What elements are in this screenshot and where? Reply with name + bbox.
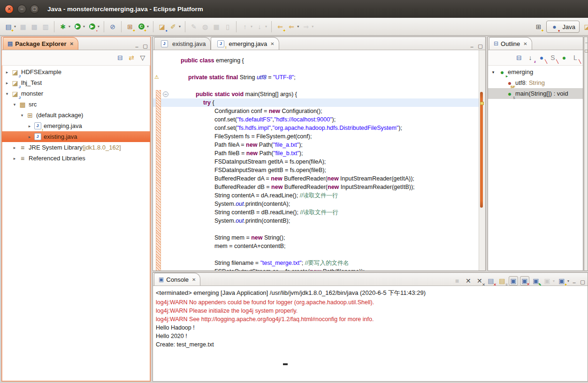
hide-fields-icon[interactable]: ●╲ [537, 53, 546, 62]
main-string-void-icon: ●S [505, 89, 514, 98]
maximize-view-icon[interactable]: ▢ [142, 43, 149, 50]
collapse-arrow-icon[interactable]: ▾ [490, 70, 496, 75]
tab-console[interactable]: ▣ Console ✕ [154, 273, 200, 285]
new-java-class-icon-dropdown[interactable]: ▾ [147, 24, 149, 29]
view-menu-icon[interactable]: ▽ [138, 53, 147, 62]
last-edit-location-icon[interactable]: ⇐✦ [275, 22, 285, 31]
grid-icon: ▦ [212, 22, 221, 31]
new-java-class-icon[interactable]: C✦ [137, 22, 146, 31]
collapse-arrow-icon[interactable]: ▾ [19, 113, 25, 118]
collapse-all-icon[interactable]: ⊟ [514, 53, 524, 62]
back-icon[interactable]: ⇐ [287, 22, 296, 31]
back-icon-dropdown[interactable]: ▾ [297, 24, 299, 29]
code-line: String mem = new String(); [153, 233, 479, 242]
outline-item-utf8[interactable]: ●SFutf8 : String [488, 77, 583, 88]
expand-arrow-icon[interactable]: ▸ [4, 81, 10, 85]
close-icon[interactable]: ✕ [192, 277, 196, 282]
new-java-project-icon[interactable]: ⊞✦ [125, 22, 135, 31]
hide-local-types-icon[interactable]: L╲ [571, 53, 580, 62]
outline-item-type: : String [526, 79, 545, 86]
remove-all-terminated-icon[interactable]: ✕✕ [475, 276, 484, 285]
remove-launch-icon[interactable]: ✕ [464, 276, 473, 285]
minimize-view-icon[interactable]: ‒ [584, 40, 588, 45]
debug-icon-dropdown[interactable]: ▾ [69, 24, 70, 29]
emerging-java-icon: J! [33, 121, 42, 131]
show-stdout-when-changed-icon[interactable]: ▣ [509, 276, 518, 285]
close-icon[interactable]: ✕ [523, 41, 527, 46]
toolbar-group: ✱▾▶▾▶▪▾ [57, 22, 101, 31]
outline-item-emerging[interactable]: ▾●▸emerging [488, 67, 583, 77]
code-editor[interactable]: public class emerging { private static f… [153, 50, 479, 270]
close-icon[interactable]: ✕ [270, 41, 274, 46]
close-icon[interactable]: ✕ [69, 41, 73, 46]
outline-item-main-string-void[interactable]: ●Smain(String[]) : void [488, 88, 583, 99]
skip-all-breakpoints-icon[interactable]: ⊘ [108, 22, 117, 31]
expand-arrow-icon[interactable]: ▸ [26, 124, 33, 128]
clear-console-icon[interactable]: ▤✕ [486, 276, 496, 285]
scroll-lock-icon[interactable]: ▤≡ [497, 276, 507, 285]
pin-console-icon[interactable]: ▣✎ [531, 276, 541, 285]
run-icon-dropdown[interactable]: ▾ [83, 24, 85, 29]
code-pad [153, 50, 479, 56]
expand-arrow-icon[interactable]: ▸ [26, 135, 33, 139]
maximize-editor-icon[interactable]: ▢ [477, 43, 484, 50]
tree-item-existing-java[interactable]: ▸Jexisting.java [2, 131, 150, 142]
window-close-button[interactable]: ✕ [5, 5, 14, 14]
tree-item-src[interactable]: ▾▩src [2, 99, 150, 110]
new-wizard-icon[interactable]: ▤✦ [4, 22, 13, 31]
open-console-icon-dropdown[interactable]: ▾ [567, 279, 569, 283]
overview-ruler[interactable] [479, 50, 485, 270]
hide-static-members-icon[interactable]: S╲ [548, 53, 557, 62]
maximize-console-icon[interactable]: ▢ [579, 278, 586, 285]
window-controls: ✕ – ▢ [5, 5, 39, 14]
window-minimize-button[interactable]: – [17, 5, 26, 14]
link-with-editor-icon[interactable]: ⇄ [127, 53, 136, 62]
minimize-console-icon[interactable]: ‒ [571, 278, 578, 285]
java-perspective-button[interactable]: ●● Java [546, 21, 580, 33]
code-line: public static void main(String[] args) { [153, 90, 479, 98]
tree-item-jre-system-library[interactable]: ▸≡JRE System Library [jdk1.8.0_162] [2, 142, 150, 153]
collapse-arrow-icon[interactable]: ▾ [11, 102, 18, 107]
tab-emerging-java[interactable]: J!emerging.java✕ [211, 37, 279, 50]
open-resource-icon[interactable]: ◪● [157, 22, 167, 31]
maximize-view-icon[interactable]: ▢ [584, 48, 588, 54]
tree-item-hdfsexample[interactable]: ▸◪JHDFSExample [2, 67, 150, 77]
collapse-arrow-icon[interactable]: ▾ [4, 91, 10, 96]
tree-item-label: emerging.java [44, 122, 82, 129]
debug-icon[interactable]: ✱ [58, 22, 68, 31]
show-stderr-when-changed-icon[interactable]: ▣✕ [520, 276, 529, 285]
open-console-icon[interactable]: ▣✦ [557, 276, 566, 285]
expand-arrow-icon[interactable]: ▸ [4, 70, 10, 75]
sort-icon[interactable]: ↓z [526, 53, 535, 62]
warning-marker-icon[interactable]: ⚠ [153, 74, 160, 80]
tree-item-monster[interactable]: ▾◪Jmonster [2, 88, 150, 99]
window-maximize-button[interactable]: ▢ [30, 5, 39, 14]
hide-non-public-icon[interactable]: ● [559, 53, 569, 62]
console-output[interactable]: log4j:WARN No appenders could be found f… [153, 298, 588, 349]
minimize-view-icon[interactable]: ‒ [133, 43, 140, 50]
expand-arrow-icon[interactable]: ▸ [11, 145, 18, 150]
minimize-editor-icon[interactable]: ‒ [468, 43, 475, 50]
code-line: FSDataInputStream getItA = fs.open(fileA… [153, 158, 479, 166]
tree-item-default-package[interactable]: ▾⊞(default package) [2, 110, 150, 120]
tree-item-lhj-test[interactable]: ▸◪Jlhj_Test [2, 77, 150, 88]
collapse-all-icon[interactable]: ⊟ [115, 53, 125, 62]
fold-collapse-icon[interactable]: – [163, 91, 168, 97]
search-flashlight-icon[interactable]: ✐ [168, 22, 178, 31]
tree-item-emerging-java[interactable]: ▸J!emerging.java [2, 120, 150, 131]
new-wizard-icon-dropdown[interactable]: ▾ [14, 24, 16, 29]
resource-perspective-icon[interactable]: ◪ [582, 22, 588, 31]
open-perspective-icon[interactable]: ⊞✦ [534, 22, 543, 31]
tab-existing-java[interactable]: Jexisting.java [154, 37, 211, 50]
tab-package-explorer[interactable]: ▤ Package Explorer ✕ [3, 37, 78, 50]
run-external-tools-icon-dropdown[interactable]: ▾ [98, 24, 99, 29]
search-flashlight-icon-dropdown[interactable]: ▾ [179, 24, 181, 29]
tree-item-referenced-libraries[interactable]: ▸≡Referenced Libraries [2, 153, 150, 164]
terminate-icon: ■ [452, 276, 462, 285]
tab-outline[interactable]: ⊟ Outline ✕ [489, 37, 532, 50]
outline-item-label: utf8 [515, 79, 526, 86]
overview-warning-marker[interactable] [480, 102, 484, 105]
expand-arrow-icon[interactable]: ▸ [11, 156, 18, 161]
run-external-tools-icon[interactable]: ▶▪ [87, 22, 97, 31]
run-icon[interactable]: ▶ [73, 22, 82, 31]
